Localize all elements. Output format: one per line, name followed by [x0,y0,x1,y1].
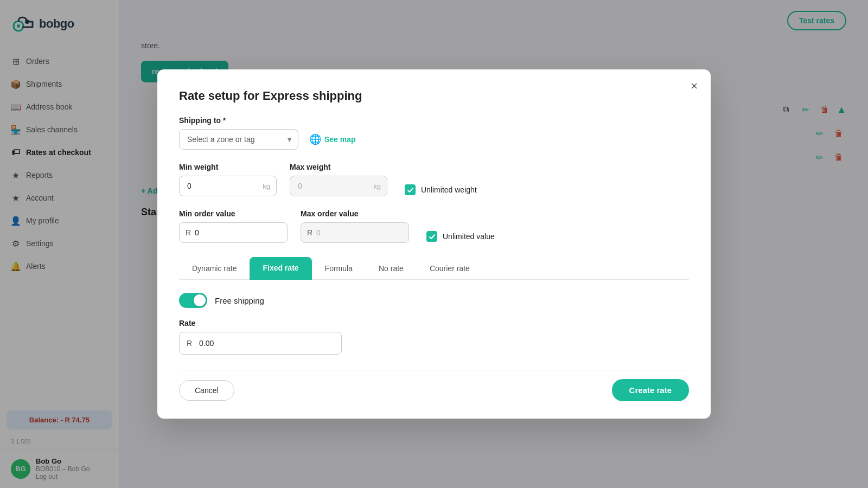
rate-input[interactable] [179,332,342,355]
unlimited-value-group: Unlimited value [426,231,495,243]
min-order-input[interactable] [179,222,288,243]
see-map-link[interactable]: 🌐 See map [309,133,356,145]
max-order-input[interactable] [301,222,409,243]
max-weight-input-wrapper: kg [290,176,387,196]
weight-row: Min weight kg Max weight kg Unlimited we… [179,163,689,196]
shipping-to-label: Shipping to * [179,116,689,125]
toggle-knob [194,294,206,306]
currency-prefix-min: R [186,228,191,237]
min-weight-group: Min weight kg [179,163,277,196]
shipping-to-row: Select a zone or tag ▼ 🌐 See map [179,129,689,150]
tab-formula[interactable]: Formula [312,257,366,280]
order-value-row: Min order value R Max order value R Unli… [179,209,689,243]
unlimited-value-label: Unlimited value [443,232,495,241]
tab-dynamic-rate[interactable]: Dynamic rate [179,257,250,280]
unlimited-weight-label: Unlimited weight [421,185,477,194]
close-button[interactable]: × [691,80,698,92]
tab-fixed-rate[interactable]: Fixed rate [250,257,311,280]
rate-label: Rate [179,319,689,328]
shipping-to-section: Shipping to * Select a zone or tag ▼ 🌐 S… [179,116,689,150]
currency-prefix-max: R [307,228,312,237]
max-order-label: Max order value [301,209,409,218]
globe-icon: 🌐 [309,133,321,145]
min-order-input-wrapper: R [179,222,288,243]
min-order-label: Min order value [179,209,288,218]
max-order-group: Max order value R [301,209,409,243]
unlimited-weight-group: Unlimited weight [405,184,477,196]
max-weight-label: Max weight [290,163,387,171]
min-weight-label: Min weight [179,163,277,171]
tab-no-rate[interactable]: No rate [366,257,417,280]
tab-courier-rate[interactable]: Courier rate [417,257,483,280]
max-weight-input[interactable] [290,176,387,196]
zone-select-wrapper: Select a zone or tag ▼ [179,129,298,150]
min-weight-input-wrapper: kg [179,176,277,196]
min-order-group: Min order value R [179,209,288,243]
unlimited-weight-checkbox[interactable] [405,184,416,195]
rate-currency-prefix: R [187,339,192,348]
rate-type-tabs: Dynamic rate Fixed rate Formula No rate … [179,256,689,280]
see-map-label: See map [324,135,356,144]
weight-unit-label: kg [263,182,270,190]
rate-field-group: Rate R [179,319,689,355]
modal-title: Rate setup for Express shipping [179,89,689,103]
free-shipping-label: Free shipping [215,296,264,305]
rate-setup-modal: × Rate setup for Express shipping Shippi… [157,69,711,419]
free-shipping-toggle[interactable] [179,293,207,308]
modal-footer: Cancel Create rate [179,370,689,401]
max-order-input-wrapper: R [301,222,409,243]
modal-overlay: × Rate setup for Express shipping Shippi… [0,0,868,488]
create-rate-button[interactable]: Create rate [612,379,689,401]
max-weight-unit-label: kg [373,182,381,190]
zone-select[interactable]: Select a zone or tag [179,129,298,150]
min-weight-input[interactable] [179,176,277,196]
cancel-button[interactable]: Cancel [179,380,234,401]
free-shipping-row: Free shipping [179,293,689,308]
rate-input-wrapper: R [179,332,342,355]
unlimited-value-checkbox[interactable] [426,231,437,242]
max-weight-group: Max weight kg [290,163,387,196]
